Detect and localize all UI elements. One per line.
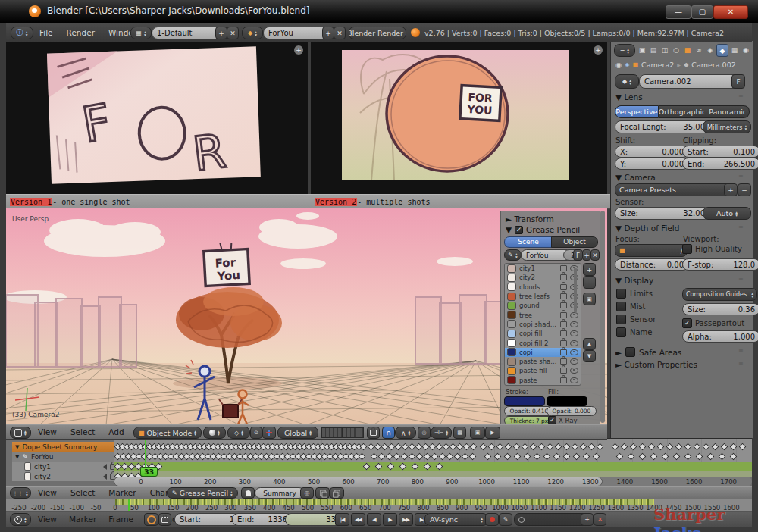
scene-icon-button[interactable]: ◆▴▾ <box>242 27 263 39</box>
checkbox-icon[interactable] <box>616 289 626 299</box>
display-toggle-mist[interactable]: Mist <box>616 302 656 311</box>
keyframe-icon[interactable] <box>469 453 477 461</box>
keyframe-icon[interactable] <box>696 453 703 461</box>
lens-unit-dropdown[interactable]: Millimeters▴▾ <box>703 120 751 133</box>
lock-icon[interactable] <box>560 349 567 355</box>
display-toggle-limits[interactable]: Limits <box>616 289 656 299</box>
lock-icon[interactable] <box>560 377 567 383</box>
layer-color-swatch[interactable] <box>507 376 516 384</box>
gp-layer-row[interactable]: paste fill <box>505 366 581 375</box>
lens-panel-header[interactable]: ▼ Lens <box>615 92 643 102</box>
modifiers-tab-icon[interactable]: ◈ <box>705 44 716 55</box>
insert-keyframe-button[interactable]: + <box>581 513 594 526</box>
copy-keyframes-button[interactable] <box>315 487 330 499</box>
transform-panel-header[interactable]: ► Transform <box>506 214 554 224</box>
lock-icon[interactable] <box>560 312 567 318</box>
eye-icon[interactable] <box>570 321 578 327</box>
keyframe-icon[interactable] <box>573 453 581 461</box>
keyframe-icon[interactable] <box>514 453 522 461</box>
speaker-icon[interactable] <box>100 474 107 480</box>
checkbox-icon[interactable] <box>616 327 626 337</box>
lock-icon[interactable] <box>560 293 567 299</box>
delete-scene-button[interactable]: ✕ <box>334 27 346 39</box>
breadcrumb-data[interactable]: Camera.002 <box>691 61 735 69</box>
keyframe-icon[interactable] <box>534 453 541 461</box>
keyframe-icon[interactable] <box>694 443 701 451</box>
keyframe-icon[interactable] <box>616 453 624 461</box>
dope-sheet-key-area[interactable] <box>114 439 752 477</box>
lock-icon[interactable] <box>560 321 567 327</box>
layer-color-swatch[interactable] <box>507 339 516 347</box>
scene-tab-icon[interactable]: ◫ <box>659 44 670 55</box>
proportional-edit-toggle[interactable]: ◎ <box>418 427 431 439</box>
keyframe-icon[interactable] <box>662 453 669 461</box>
keyframe-icon[interactable] <box>524 453 531 461</box>
menu-view[interactable]: View <box>36 427 58 437</box>
camera-preview-right[interactable]: FOR YOU + <box>311 41 607 194</box>
dof-distance-slider[interactable]: Distance:0.00 <box>615 258 689 271</box>
keyframe-icon[interactable] <box>593 453 600 461</box>
eye-icon[interactable] <box>570 330 578 336</box>
menu-select[interactable]: Select <box>69 427 96 437</box>
keyframe-icon[interactable] <box>484 453 492 461</box>
gp-layer-row[interactable]: clouds <box>505 283 581 292</box>
channel-dope-sheet-summary[interactable]: ▼Dope Sheet Summary <box>12 442 120 452</box>
shading-dropdown[interactable]: ▴▾ <box>203 427 226 439</box>
collapse-region-plus-icon[interactable]: + <box>294 45 303 55</box>
keyframe-icon[interactable] <box>513 443 521 451</box>
xray-toggle[interactable]: ✓X Ray <box>548 416 577 424</box>
editor-type-button[interactable]: ⓘ▴▾ <box>11 27 33 39</box>
keyframe-icon[interactable] <box>583 453 590 461</box>
gp-layer-row[interactable]: city2 <box>505 273 581 282</box>
passepartout-toggle[interactable]: ✓Passepartout <box>682 318 744 328</box>
viewport-panel-scrollbar[interactable] <box>600 211 605 423</box>
keyframe-icon[interactable] <box>454 453 462 461</box>
lock-icon[interactable] <box>560 274 567 280</box>
current-frame-badge[interactable]: 33 <box>140 467 158 477</box>
keyframe-icon[interactable] <box>572 443 579 451</box>
frame-end-slider[interactable]: End:1336 <box>232 513 293 526</box>
gp-tab-object[interactable]: Object <box>551 236 598 248</box>
keying-set-field[interactable] <box>514 513 588 526</box>
dopesheet-editor-type-button[interactable]: ⋮⋮▴▾ <box>10 487 31 499</box>
keyframe-icon[interactable] <box>657 443 665 451</box>
snap-peel-toggle[interactable]: ▩ <box>453 427 466 439</box>
keyframe-icon[interactable] <box>719 453 726 461</box>
keyframe-icon[interactable] <box>416 453 424 461</box>
checkbox-icon[interactable] <box>616 315 626 324</box>
layer-color-swatch[interactable] <box>507 293 516 301</box>
keyframe-icon[interactable] <box>424 453 431 461</box>
orthographic-button[interactable]: Orthographic <box>659 105 707 118</box>
expand-arrow-icon[interactable]: ▼ <box>15 444 19 450</box>
keyframe-icon[interactable] <box>730 443 738 451</box>
keyframe-icon[interactable] <box>553 453 561 461</box>
keyframe-icon[interactable] <box>712 443 719 451</box>
lock-icon[interactable] <box>560 330 567 336</box>
fill-opacity-slider[interactable]: Opacit: 0.000 <box>547 406 597 416</box>
menu-marker[interactable]: Marker <box>107 488 137 497</box>
keyframe-icon[interactable] <box>621 443 628 451</box>
keyframe-icon[interactable] <box>703 443 710 451</box>
keyframe-icon[interactable] <box>630 443 637 451</box>
lock-icon[interactable] <box>560 265 567 271</box>
menu-frame[interactable]: Frame <box>107 515 135 524</box>
gp-layer-row[interactable]: copi shad... <box>505 320 581 329</box>
keying-options-button[interactable]: ✎ <box>499 513 512 526</box>
menu-render[interactable]: Render <box>65 28 96 37</box>
layers-grid-left[interactable] <box>321 427 343 438</box>
safe-areas-panel-header[interactable]: ► Safe Areas <box>615 347 681 357</box>
keyframe-icon[interactable] <box>650 453 658 461</box>
pivot-dropdown[interactable]: ◇▴▾ <box>227 427 250 439</box>
display-toggle-name[interactable]: Name <box>616 327 656 337</box>
keyframe-icon[interactable] <box>628 453 635 461</box>
keyframe-icon[interactable] <box>597 443 604 451</box>
alpha-slider[interactable]: Alpha:1.000 <box>682 330 758 343</box>
layer-color-swatch[interactable] <box>507 330 516 338</box>
menu-view[interactable]: View <box>36 515 58 524</box>
render-tab-icon[interactable]: ▣ <box>637 44 647 55</box>
timeline-current-frame-line[interactable] <box>128 499 130 512</box>
render-layers-tab-icon[interactable]: ▤ <box>648 44 659 55</box>
transform-snap-dropdown[interactable]: ⊣⊢▴▾ <box>431 427 452 439</box>
delete-layout-button[interactable]: ✕ <box>227 27 239 39</box>
keyframe-icon[interactable] <box>505 443 512 451</box>
